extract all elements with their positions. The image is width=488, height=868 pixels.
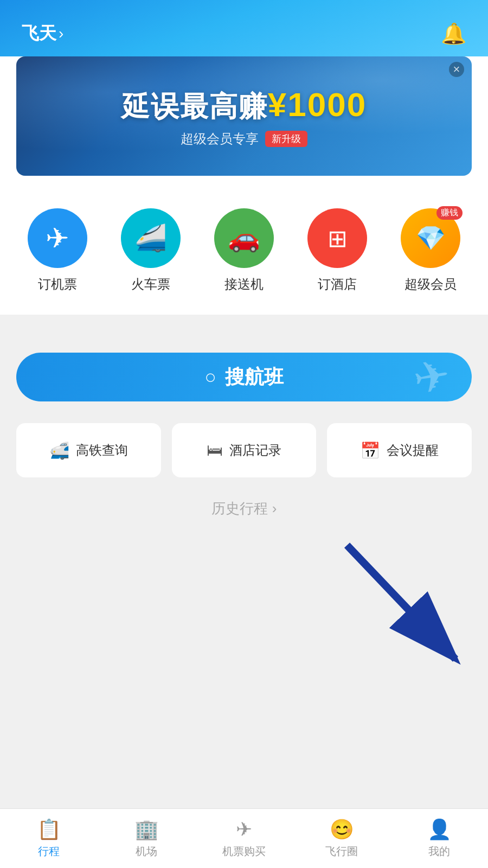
nav-item-fly-circle[interactable]: 😊 飞行圈 bbox=[293, 818, 390, 859]
high-speed-rail-label: 高铁查询 bbox=[76, 442, 128, 459]
banner-wrapper: × 延误最高赚 ¥1000 超级会员专享 新升级 bbox=[0, 56, 488, 192]
search-section: ○ 搜航班 ✈ bbox=[0, 336, 488, 412]
quick-item-flight-ticket[interactable]: ✈ 订机票 bbox=[28, 208, 87, 293]
fly-circle-icon: 😊 bbox=[330, 818, 354, 841]
pickup-icon-circle: 🚗 bbox=[214, 208, 274, 268]
airport-icon: 🏢 bbox=[134, 818, 159, 841]
quick-item-train-ticket[interactable]: 🚄 火车票 bbox=[121, 208, 181, 293]
banner-sub-text: 超级会员专享 bbox=[181, 130, 259, 148]
itinerary-label: 行程 bbox=[38, 844, 60, 859]
tool-card-meeting-reminder[interactable]: 📅 会议提醒 bbox=[327, 423, 472, 477]
meeting-reminder-label: 会议提醒 bbox=[387, 442, 439, 459]
nav-item-itinerary[interactable]: 📋 行程 bbox=[0, 818, 98, 859]
pickup-icon: 🚗 bbox=[228, 223, 260, 253]
quick-item-pickup[interactable]: 🚗 接送机 bbox=[214, 208, 274, 293]
history-link[interactable]: 历史行程 › bbox=[0, 488, 488, 529]
banner-amount: ¥1000 bbox=[268, 85, 367, 124]
mine-icon: 👤 bbox=[427, 818, 452, 841]
promo-banner[interactable]: × 延误最高赚 ¥1000 超级会员专享 新升级 bbox=[16, 56, 472, 176]
mine-label: 我的 bbox=[428, 844, 450, 859]
high-speed-rail-icon: 🚅 bbox=[49, 441, 69, 460]
pickup-label: 接送机 bbox=[224, 276, 264, 293]
nav-spacer bbox=[0, 692, 488, 757]
flight-ticket-icon-circle: ✈ bbox=[28, 208, 87, 268]
history-text: 历史行程 bbox=[211, 499, 268, 518]
nav-item-airport[interactable]: 🏢 机场 bbox=[98, 818, 195, 859]
quick-item-vip[interactable]: 💎 赚钱 超级会员 bbox=[401, 208, 460, 293]
history-chevron-icon: › bbox=[272, 500, 277, 517]
banner-sub-area: 超级会员专享 新升级 bbox=[181, 130, 307, 148]
train-ticket-icon: 🚄 bbox=[134, 223, 167, 253]
fly-circle-label: 飞行圈 bbox=[325, 844, 358, 859]
itinerary-icon: 📋 bbox=[37, 818, 61, 841]
quick-menu: ✈ 订机票 🚄 火车票 🚗 接送机 ⊞ 订酒店 💎 赚钱 超级会员 bbox=[0, 192, 488, 315]
banner-badge: 新升级 bbox=[265, 131, 307, 147]
flight-ticket-icon: ✈ bbox=[46, 222, 69, 254]
airport-label: 机场 bbox=[136, 844, 157, 859]
hotel-icon-circle: ⊞ bbox=[307, 208, 367, 268]
nav-item-buy-ticket[interactable]: ✈ 机票购买 bbox=[195, 818, 293, 859]
vip-icon-circle: 💎 赚钱 bbox=[401, 208, 460, 268]
app-title: 飞天 bbox=[22, 22, 56, 46]
train-ticket-label: 火车票 bbox=[131, 276, 170, 293]
header-title-area[interactable]: 飞天 › bbox=[22, 22, 63, 46]
buy-ticket-icon: ✈ bbox=[236, 818, 252, 841]
hotel-label: 订酒店 bbox=[318, 276, 357, 293]
grey-divider bbox=[0, 315, 488, 336]
tool-cards-row: 🚅 高铁查询 🛏 酒店记录 📅 会议提醒 bbox=[0, 412, 488, 488]
hotel-record-icon: 🛏 bbox=[207, 441, 223, 459]
nav-item-mine[interactable]: 👤 我的 bbox=[390, 818, 488, 859]
meeting-reminder-icon: 📅 bbox=[360, 441, 380, 460]
search-icon: ○ bbox=[204, 366, 216, 388]
svg-line-1 bbox=[347, 545, 455, 659]
search-flight-button[interactable]: ○ 搜航班 ✈ bbox=[16, 353, 472, 401]
quick-item-hotel[interactable]: ⊞ 订酒店 bbox=[307, 208, 367, 293]
vip-label: 超级会员 bbox=[404, 276, 457, 293]
hotel-icon: ⊞ bbox=[328, 225, 348, 252]
notification-bell-icon[interactable]: 🔔 bbox=[441, 22, 466, 46]
banner-main-text: 延误最高赚 bbox=[121, 88, 268, 126]
search-button-text: 搜航班 bbox=[225, 364, 284, 391]
buy-ticket-label: 机票购买 bbox=[222, 844, 266, 859]
flight-ticket-label: 订机票 bbox=[38, 276, 77, 293]
annotation-arrow-area bbox=[0, 529, 488, 692]
train-ticket-icon-circle: 🚄 bbox=[121, 208, 181, 268]
hotel-record-label: 酒店记录 bbox=[229, 442, 281, 459]
header-chevron-icon: › bbox=[59, 25, 63, 42]
tool-card-hotel-record[interactable]: 🛏 酒店记录 bbox=[172, 423, 317, 477]
vip-earn-badge: 赚钱 bbox=[436, 206, 463, 220]
tool-card-high-speed-rail[interactable]: 🚅 高铁查询 bbox=[16, 423, 161, 477]
banner-close-button[interactable]: × bbox=[449, 62, 464, 77]
bottom-nav: 📋 行程 🏢 机场 ✈ 机票购买 😊 飞行圈 👤 我的 bbox=[0, 808, 488, 868]
vip-icon: 💎 bbox=[416, 224, 446, 252]
airplane-decoration-icon: ✈ bbox=[409, 353, 454, 401]
annotation-arrow-icon bbox=[336, 534, 477, 675]
